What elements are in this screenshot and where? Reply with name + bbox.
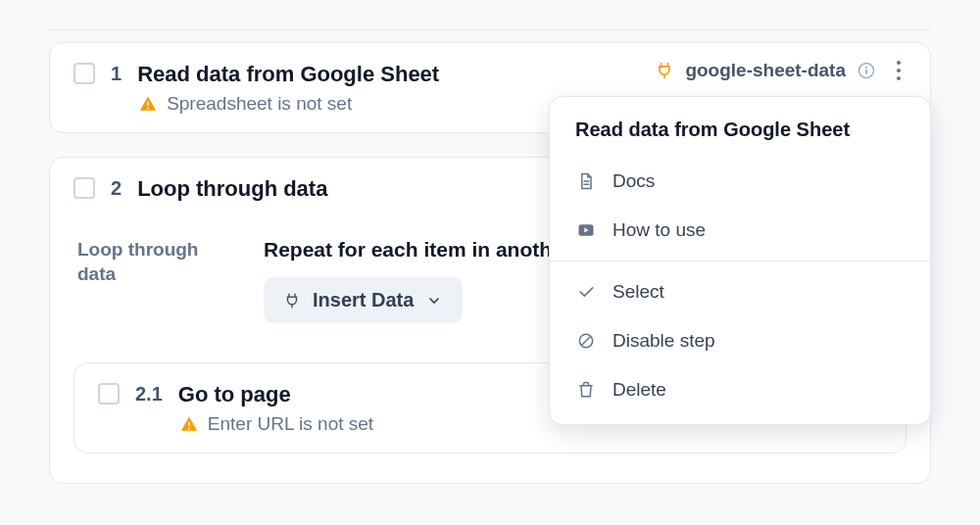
step-2-number: 2 xyxy=(111,177,122,200)
step-2-1-title: Go to page xyxy=(178,381,373,409)
step-2-title: Loop through data xyxy=(137,175,327,204)
disable-icon xyxy=(575,330,597,352)
info-icon[interactable] xyxy=(856,60,877,81)
insert-data-button-label: Insert Data xyxy=(313,289,414,311)
menu-item-disable[interactable]: Disable step xyxy=(550,316,930,365)
plug-icon xyxy=(654,60,675,81)
menu-item-docs-label: Docs xyxy=(612,170,655,192)
top-separator xyxy=(49,29,931,30)
step-1-number: 1 xyxy=(111,63,122,85)
menu-item-docs[interactable]: Docs xyxy=(550,157,930,206)
menu-item-select-label: Select xyxy=(612,281,664,303)
menu-item-howto[interactable]: How to use xyxy=(550,206,930,255)
warning-icon xyxy=(178,413,200,435)
warning-icon xyxy=(137,93,159,115)
step-1-more-menu-button[interactable] xyxy=(887,57,910,84)
plug-icon xyxy=(281,290,303,311)
check-icon xyxy=(575,281,597,303)
svg-rect-2 xyxy=(865,70,867,74)
step-1-title: Read data from Google Sheet xyxy=(137,61,439,89)
trash-icon xyxy=(575,379,597,401)
step-2-1-checkbox[interactable] xyxy=(98,383,120,405)
step-2-checkbox[interactable] xyxy=(74,177,95,199)
doc-icon xyxy=(575,170,597,192)
menu-title: Read data from Google Sheet xyxy=(550,115,930,157)
play-icon xyxy=(575,219,597,241)
chevron-down-icon xyxy=(423,290,445,311)
menu-item-disable-label: Disable step xyxy=(612,330,715,352)
svg-line-5 xyxy=(581,336,590,345)
integration-label: google-sheet-data xyxy=(685,60,846,81)
insert-data-button[interactable]: Insert Data xyxy=(264,277,463,323)
step-1-checkbox[interactable] xyxy=(74,63,95,84)
menu-item-delete-label: Delete xyxy=(612,379,666,401)
field-label-loop: Loop through data xyxy=(77,238,224,286)
step-1-warning-text: Spreadsheet is not set xyxy=(167,93,352,115)
svg-point-1 xyxy=(865,67,867,69)
step-context-menu: Read data from Google Sheet Docs How to … xyxy=(549,96,931,425)
menu-separator xyxy=(550,261,930,262)
step-2-1-number: 2.1 xyxy=(135,383,163,406)
menu-item-select[interactable]: Select xyxy=(550,267,930,316)
menu-item-howto-label: How to use xyxy=(612,219,706,241)
menu-item-delete[interactable]: Delete xyxy=(550,365,930,414)
step-2-1-warning-text: Enter URL is not set xyxy=(208,413,373,435)
